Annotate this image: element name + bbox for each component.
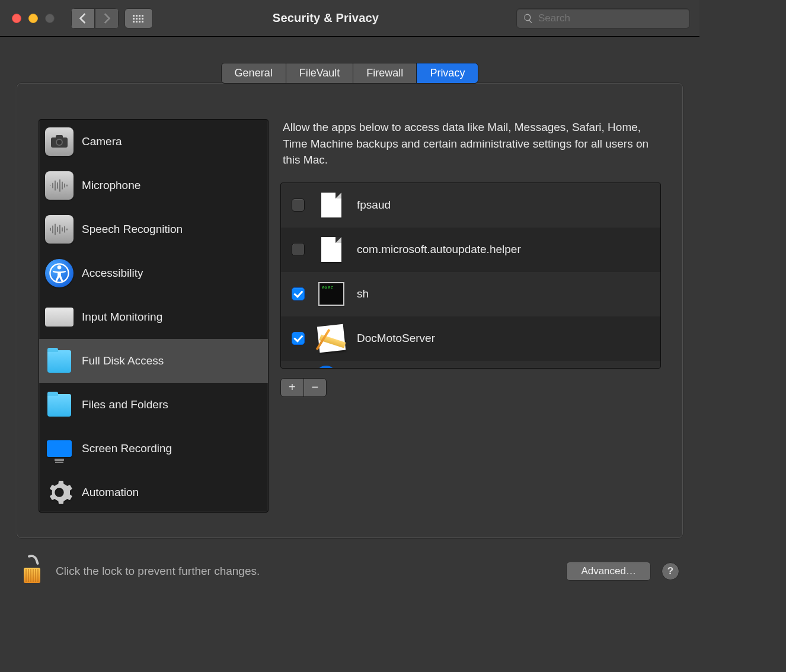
description-text: Allow the apps below to access data like… bbox=[280, 119, 661, 183]
content: General FileVault Firewall Privacy Camer… bbox=[0, 37, 699, 538]
close-button[interactable] bbox=[12, 14, 21, 23]
window-controls bbox=[12, 14, 55, 23]
forward-button bbox=[95, 8, 119, 28]
tab-filevault[interactable]: FileVault bbox=[286, 63, 354, 83]
gear-icon bbox=[45, 478, 74, 507]
svg-rect-13 bbox=[56, 135, 63, 139]
system-preferences-window: Security & Privacy General FileVault Fir… bbox=[0, 0, 699, 599]
app-checkbox[interactable] bbox=[292, 287, 305, 300]
app-row[interactable]: DocMotoServer bbox=[281, 316, 660, 361]
sidebar-item-files-folders[interactable]: Files and Folders bbox=[39, 383, 268, 427]
advanced-button[interactable]: Advanced… bbox=[566, 562, 651, 581]
camera-icon bbox=[45, 127, 74, 156]
add-remove-controls: + − bbox=[280, 378, 327, 397]
search-input[interactable] bbox=[537, 12, 683, 25]
tab-privacy[interactable]: Privacy bbox=[417, 63, 478, 83]
app-row[interactable]: com.microsoft.autoupdate.helper bbox=[281, 228, 660, 272]
sidebar-item-label: Microphone bbox=[82, 179, 140, 192]
sidebar-item-microphone[interactable]: Microphone bbox=[39, 164, 268, 207]
document-icon bbox=[318, 236, 345, 263]
tab-firewall[interactable]: Firewall bbox=[353, 63, 417, 83]
document-icon bbox=[318, 191, 345, 219]
sidebar-item-label: Screen Recording bbox=[82, 442, 172, 455]
apps-list[interactable]: fpsaud com.microsoft.autoupdate.helper s… bbox=[280, 183, 661, 369]
sidebar-item-label: Files and Folders bbox=[82, 398, 168, 411]
help-button[interactable]: ? bbox=[662, 562, 679, 580]
microphone-icon bbox=[45, 171, 74, 200]
folder-icon bbox=[45, 347, 74, 375]
app-name: sh bbox=[357, 287, 369, 300]
accessibility-icon bbox=[45, 259, 74, 287]
footer: Click the lock to prevent further change… bbox=[0, 544, 699, 599]
remove-button[interactable]: − bbox=[304, 379, 327, 396]
sidebar-item-label: Full Disk Access bbox=[82, 354, 164, 367]
back-button[interactable] bbox=[71, 8, 95, 28]
search-field[interactable] bbox=[516, 8, 690, 28]
sidebar-item-input-monitoring[interactable]: Input Monitoring bbox=[39, 295, 268, 339]
privacy-category-list[interactable]: Camera Microphone Speech Recognition Acc… bbox=[39, 119, 269, 513]
privacy-panel: Camera Microphone Speech Recognition Acc… bbox=[17, 83, 683, 538]
lock-icon[interactable] bbox=[20, 555, 44, 588]
sidebar-item-full-disk-access[interactable]: Full Disk Access bbox=[39, 339, 268, 383]
tab-bar: General FileVault Firewall Privacy bbox=[17, 63, 683, 84]
nav-buttons bbox=[71, 8, 119, 28]
detail-pane: Allow the apps below to access data like… bbox=[280, 119, 661, 513]
app-name: DocMotoServer bbox=[357, 332, 435, 345]
sidebar-item-label: Speech Recognition bbox=[82, 223, 183, 236]
titlebar: Security & Privacy bbox=[0, 0, 699, 37]
sidebar-item-label: Camera bbox=[82, 135, 122, 148]
app-name: fpsaud bbox=[357, 199, 391, 212]
folder-icon bbox=[45, 391, 74, 419]
sidebar-item-speech[interactable]: Speech Recognition bbox=[39, 207, 268, 251]
app-row[interactable]: fpsaud bbox=[281, 183, 660, 228]
minimize-button[interactable] bbox=[28, 14, 38, 23]
svg-point-15 bbox=[57, 140, 62, 145]
terminal-icon bbox=[318, 280, 345, 308]
sidebar-item-screen-recording[interactable]: Screen Recording bbox=[39, 427, 268, 471]
sidebar-item-automation[interactable]: Automation bbox=[39, 471, 268, 513]
window-title: Security & Privacy bbox=[135, 11, 516, 25]
svg-rect-8 bbox=[133, 21, 135, 23]
sidebar-item-label: Automation bbox=[82, 486, 139, 499]
application-icon bbox=[318, 325, 345, 352]
zoom-button[interactable] bbox=[45, 14, 55, 23]
svg-point-32 bbox=[57, 265, 62, 270]
app-row[interactable]: sh bbox=[281, 272, 660, 316]
svg-rect-4 bbox=[133, 18, 135, 20]
app-name: com.microsoft.autoupdate.helper bbox=[357, 243, 521, 256]
sidebar-item-camera[interactable]: Camera bbox=[39, 120, 268, 164]
lock-text: Click the lock to prevent further change… bbox=[56, 565, 260, 578]
svg-rect-0 bbox=[133, 15, 135, 17]
sidebar-item-label: Accessibility bbox=[82, 267, 143, 280]
tab-general[interactable]: General bbox=[222, 63, 286, 83]
display-icon bbox=[45, 434, 74, 463]
search-icon bbox=[523, 13, 533, 24]
sidebar-item-accessibility[interactable]: Accessibility bbox=[39, 251, 268, 295]
speech-icon bbox=[45, 215, 74, 244]
sidebar-item-label: Input Monitoring bbox=[82, 311, 162, 324]
add-button[interactable]: + bbox=[281, 379, 304, 396]
app-checkbox[interactable] bbox=[292, 332, 305, 345]
app-checkbox[interactable] bbox=[292, 199, 305, 212]
list-overflow-peek bbox=[281, 361, 660, 369]
keyboard-icon bbox=[45, 303, 74, 331]
app-checkbox[interactable] bbox=[292, 243, 305, 256]
